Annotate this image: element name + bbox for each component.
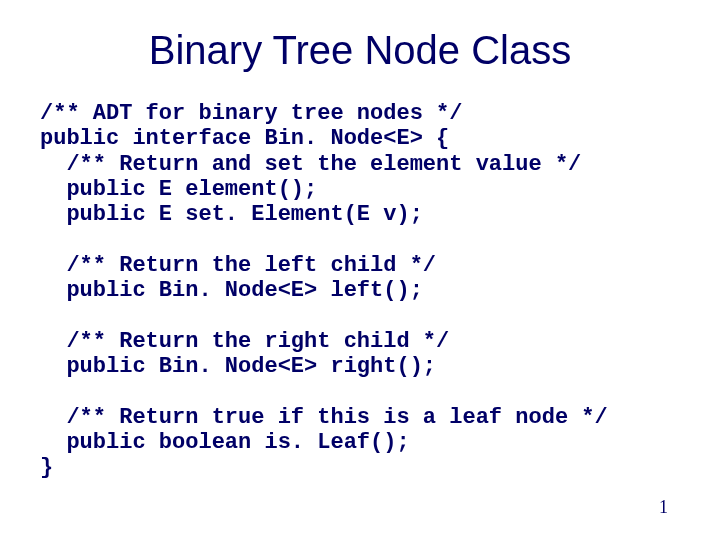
code-line: } bbox=[40, 455, 53, 480]
code-line: /** Return true if this is a leaf node *… bbox=[40, 405, 608, 430]
code-line: /** Return and set the element value */ bbox=[40, 152, 581, 177]
code-line: public E set. Element(E v); bbox=[40, 202, 423, 227]
page-number: 1 bbox=[659, 497, 668, 518]
code-line: public E element(); bbox=[40, 177, 317, 202]
code-line: public boolean is. Leaf(); bbox=[40, 430, 410, 455]
code-line: public Bin. Node<E> left(); bbox=[40, 278, 423, 303]
code-line: /** Return the right child */ bbox=[40, 329, 449, 354]
code-block: /** ADT for binary tree nodes */ public … bbox=[40, 101, 680, 480]
code-line: /** Return the left child */ bbox=[40, 253, 436, 278]
slide: Binary Tree Node Class /** ADT for binar… bbox=[0, 0, 720, 540]
slide-title: Binary Tree Node Class bbox=[40, 28, 680, 73]
code-line: /** ADT for binary tree nodes */ bbox=[40, 101, 462, 126]
code-line: public Bin. Node<E> right(); bbox=[40, 354, 436, 379]
code-line: public interface Bin. Node<E> { bbox=[40, 126, 449, 151]
